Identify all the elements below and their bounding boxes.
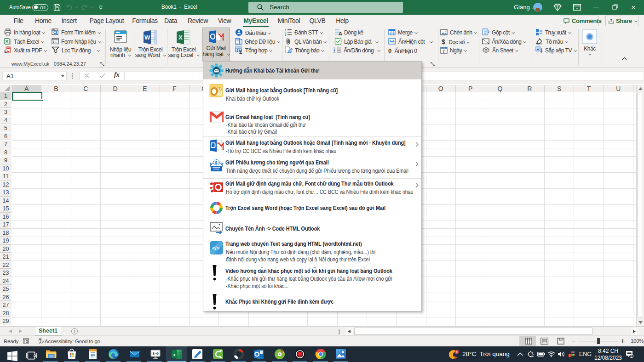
svg-text:A: A [339,31,342,36]
svg-text:1: 1 [456,350,458,354]
svg-text:$: $ [215,160,218,165]
svg-text:x: x [173,352,175,357]
svg-text:W: W [144,34,150,41]
svg-text:S>G: S>G [153,352,159,355]
svg-text:Σ: Σ [239,50,242,54]
svg-text:7: 7 [443,49,445,54]
svg-text:2: 2 [631,355,632,358]
svg-text:1: 1 [569,354,571,357]
svg-text:3: 3 [285,34,287,36]
svg-text:X: X [178,34,183,41]
svg-text:</>: </> [212,245,219,251]
